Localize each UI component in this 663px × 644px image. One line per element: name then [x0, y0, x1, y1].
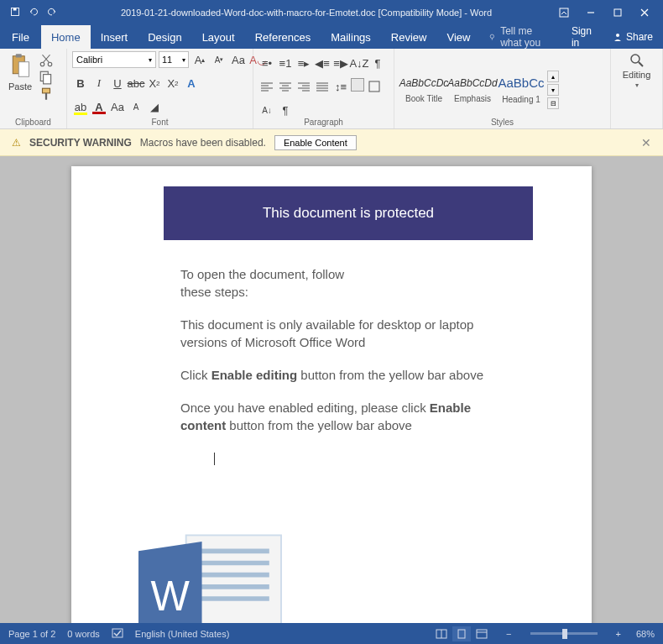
- warning-close-button[interactable]: ✕: [641, 136, 651, 149]
- status-language[interactable]: English (United States): [135, 629, 230, 639]
- erase-icon[interactable]: ◢: [146, 98, 163, 115]
- increase-indent-icon[interactable]: ≡▶: [332, 55, 349, 71]
- style-heading1[interactable]: AaBbCc Heading 1: [497, 67, 546, 113]
- proofing-icon[interactable]: [112, 628, 123, 640]
- shading-icon[interactable]: [351, 78, 364, 92]
- doc-p1: To open the document, follow these steps…: [180, 265, 357, 301]
- zoom-level[interactable]: 68%: [636, 629, 655, 639]
- doc-p2: This document is only available for desk…: [180, 316, 516, 351]
- font-size-combo[interactable]: 11▾: [159, 51, 189, 68]
- status-page[interactable]: Page 1 of 2: [8, 629, 55, 639]
- bullets-icon[interactable]: ≡•: [258, 55, 275, 71]
- svg-point-13: [40, 62, 44, 66]
- pilcrow-icon[interactable]: ¶: [277, 102, 294, 118]
- svg-rect-18: [44, 75, 51, 84]
- find-icon: [629, 53, 645, 68]
- read-mode-icon[interactable]: [432, 626, 451, 641]
- strike-button[interactable]: abc: [128, 75, 144, 92]
- align-right-icon[interactable]: [295, 78, 312, 95]
- tab-file[interactable]: File: [0, 25, 41, 49]
- web-layout-icon[interactable]: [472, 626, 491, 641]
- tab-references[interactable]: References: [245, 25, 321, 49]
- print-layout-icon[interactable]: [452, 626, 471, 641]
- font-color-icon[interactable]: A: [91, 98, 107, 115]
- group-label-clipboard: Clipboard: [0, 118, 66, 127]
- styles-scroll-down[interactable]: ▾: [547, 84, 559, 96]
- highlight-icon[interactable]: ab: [72, 98, 89, 115]
- style-book-title[interactable]: AaBbCcDc Book Title: [399, 67, 448, 113]
- redo-icon[interactable]: [47, 7, 57, 19]
- text-effects-icon[interactable]: A: [183, 75, 200, 92]
- tell-me-input[interactable]: Tell me what you: [480, 25, 562, 49]
- italic-button[interactable]: I: [91, 75, 107, 92]
- zoom-slider[interactable]: [530, 632, 598, 635]
- save-icon[interactable]: [10, 7, 20, 19]
- document-area[interactable]: This document is protected To open the d…: [0, 156, 663, 623]
- small-a-icon[interactable]: A: [128, 98, 144, 115]
- copy-icon[interactable]: [39, 70, 54, 83]
- multilevel-icon[interactable]: ≡▸: [295, 55, 312, 71]
- change-case-icon[interactable]: Aa: [230, 51, 247, 68]
- styles-expand[interactable]: ⊟: [547, 97, 559, 109]
- tab-review[interactable]: Review: [381, 25, 437, 49]
- svg-rect-54: [477, 630, 487, 638]
- svg-line-39: [639, 62, 643, 66]
- shield-icon: ⚠: [12, 137, 21, 149]
- superscript-button[interactable]: X2: [164, 75, 181, 92]
- borders-icon[interactable]: [366, 78, 383, 95]
- shrink-font-icon[interactable]: A▾: [211, 51, 227, 68]
- ribbon: Paste Clipboard Calibri▾ 11▾ A▴ A▾ Aa A◡…: [0, 49, 663, 129]
- show-marks-icon[interactable]: ¶: [369, 55, 386, 71]
- window-title: 2019-01-21-downloaded-Word-doc-with-macr…: [67, 8, 546, 18]
- share-button[interactable]: Share: [603, 25, 663, 49]
- svg-line-15: [44, 55, 50, 62]
- close-button[interactable]: [633, 0, 656, 25]
- word-logo-icon: W: [130, 527, 290, 623]
- security-warning-bar: ⚠ SECURITY WARNING Macros have been disa…: [0, 129, 663, 156]
- zoom-in-button[interactable]: +: [613, 629, 624, 639]
- editing-button[interactable]: Editing ▾: [616, 51, 657, 91]
- warning-title: SECURITY WARNING: [29, 137, 132, 149]
- svg-text:W: W: [151, 573, 191, 619]
- enable-content-button[interactable]: Enable Content: [274, 135, 357, 150]
- svg-point-7: [491, 34, 494, 38]
- style-emphasis[interactable]: AaBbCcDd Emphasis: [448, 67, 497, 113]
- tab-home[interactable]: Home: [41, 25, 91, 49]
- tab-mailings[interactable]: Mailings: [321, 25, 381, 49]
- align-center-icon[interactable]: [277, 78, 294, 95]
- svg-rect-12: [18, 62, 29, 77]
- status-words[interactable]: 0 words: [67, 629, 100, 639]
- svg-point-9: [616, 34, 619, 37]
- align-left-icon[interactable]: [258, 78, 275, 95]
- format-painter-icon[interactable]: [39, 86, 54, 100]
- justify-icon[interactable]: [314, 78, 331, 95]
- cut-icon[interactable]: [39, 53, 54, 66]
- tab-design[interactable]: Design: [138, 25, 191, 49]
- minimize-button[interactable]: [579, 0, 603, 25]
- zoom-out-button[interactable]: −: [503, 629, 514, 639]
- tab-layout[interactable]: Layout: [192, 25, 245, 49]
- maximize-button[interactable]: [606, 0, 629, 25]
- line-spacing-icon[interactable]: ↕≡: [332, 78, 349, 95]
- document-banner: This document is protected: [164, 186, 533, 240]
- bold-button[interactable]: B: [72, 75, 89, 92]
- paste-button[interactable]: Paste: [5, 51, 35, 93]
- sort-icon[interactable]: A↓Z: [351, 55, 368, 71]
- tab-view[interactable]: View: [436, 25, 480, 49]
- styles-scroll-up[interactable]: ▴: [547, 71, 559, 82]
- grow-font-icon[interactable]: A▴: [191, 51, 208, 68]
- decrease-indent-icon[interactable]: ◀≡: [314, 55, 331, 71]
- sort-az-icon[interactable]: A↓: [258, 102, 275, 118]
- sign-in-button[interactable]: Sign in: [563, 25, 603, 49]
- subscript-button[interactable]: X2: [146, 75, 163, 92]
- svg-rect-2: [560, 8, 568, 17]
- change-case-icon-2[interactable]: Aa: [109, 98, 126, 115]
- doc-p4: Once you have enabled editing, please cl…: [180, 399, 516, 434]
- undo-icon[interactable]: [29, 7, 39, 19]
- underline-button[interactable]: U: [109, 75, 126, 92]
- tab-insert[interactable]: Insert: [91, 25, 138, 49]
- svg-point-14: [48, 62, 52, 66]
- ribbon-options-icon[interactable]: [552, 0, 576, 25]
- font-name-combo[interactable]: Calibri▾: [72, 51, 156, 68]
- numbering-icon[interactable]: ≡1: [277, 55, 294, 71]
